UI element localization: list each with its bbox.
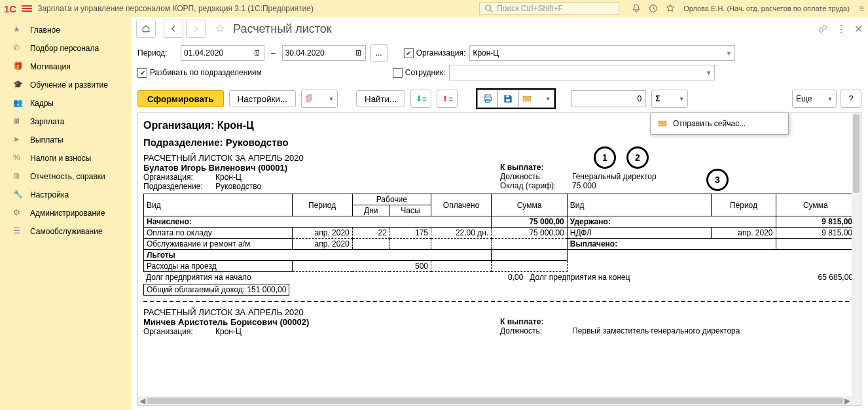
mail-icon xyxy=(657,118,668,129)
sidebar-item-taxes[interactable]: %Налоги и взносы xyxy=(0,149,131,167)
td: Льготы xyxy=(144,250,492,261)
sidebar-item-admin[interactable]: ⚙Администрирование xyxy=(0,204,131,222)
debt-table: Долг предприятия на начало 0,00 Долг пре… xyxy=(143,272,856,282)
floppy-icon xyxy=(503,94,513,104)
bell-icon[interactable] xyxy=(631,3,642,14)
employee-name: Булатов Игорь Виленович (00001) xyxy=(143,163,500,173)
sidebar-label: Настройка xyxy=(30,190,69,199)
td: 9 815,00 xyxy=(776,228,855,239)
svg-rect-3 xyxy=(485,95,490,97)
close-icon[interactable]: ✕ xyxy=(854,23,863,35)
report-area[interactable]: Организация: Крон-Ц Подразделение: Руков… xyxy=(137,112,861,406)
th: Рабочие xyxy=(352,194,431,205)
back-button[interactable] xyxy=(164,20,183,38)
sidebar-item-payments[interactable]: ➤Выплаты xyxy=(0,131,131,149)
svg-rect-7 xyxy=(506,99,511,102)
variant-button[interactable]: 🗐▼ xyxy=(301,90,338,108)
gift-icon: 🎁 xyxy=(13,61,24,72)
period-more-button[interactable]: ... xyxy=(370,44,388,61)
sidebar-item-reports[interactable]: 🗎Отчетность, справки xyxy=(0,167,131,186)
forward-button[interactable] xyxy=(186,20,206,38)
sidebar-item-main[interactable]: ★Главное xyxy=(0,21,131,39)
expand-icon: ⬇≡ xyxy=(416,94,427,103)
td: апр. 2020 xyxy=(712,228,776,239)
favorite-icon[interactable] xyxy=(215,24,225,34)
td: 0,00 xyxy=(505,272,526,282)
emp-checkbox[interactable] xyxy=(393,68,403,78)
th: Вид xyxy=(567,194,712,216)
main-area: Расчетный листок ⋮ ✕ Период: 01.04.2020🗓… xyxy=(131,17,868,410)
kv-v: Руководство xyxy=(215,182,261,191)
org-checkbox[interactable]: ✔ xyxy=(404,48,414,58)
collapse-groups-button[interactable]: ⬆≡ xyxy=(437,90,458,108)
history-icon[interactable] xyxy=(648,3,659,14)
svg-rect-5 xyxy=(486,99,490,102)
settings-button[interactable]: Настройки... xyxy=(229,90,296,107)
form-button[interactable]: Сформировать xyxy=(137,90,224,107)
td: Общий облагаемый доход: 151 000,00 xyxy=(144,284,289,296)
user-label: Орлова Е.Н. (Нач. отд. расчетов по оплат… xyxy=(683,5,850,12)
home-button[interactable] xyxy=(136,20,156,38)
date-from-input[interactable]: 01.04.2020🗓 xyxy=(181,45,264,61)
svg-point-0 xyxy=(486,5,491,10)
sigma-button[interactable]: Σ▼ xyxy=(651,90,688,108)
td: 75 000,00 xyxy=(492,228,568,239)
wallet-icon: ➤ xyxy=(13,135,24,145)
sidebar-item-education[interactable]: 🎓Обучение и развитие xyxy=(0,76,131,94)
sigma-icon: Σ xyxy=(655,94,660,103)
search-placeholder: Поиск Ctrl+Shift+F xyxy=(497,4,563,13)
sidebar-item-self[interactable]: ☰Самообслуживание xyxy=(0,222,131,241)
help-button[interactable]: ? xyxy=(841,90,861,108)
print-button[interactable] xyxy=(477,90,497,108)
send-now-item[interactable]: Отправить сейчас... xyxy=(651,116,788,131)
split-label: Разбивать по подразделениям xyxy=(150,68,262,77)
chevron-down-icon: ▼ xyxy=(705,69,712,77)
kv-v: Первый заместитель генерального директор… xyxy=(572,326,740,335)
td: Обслуживание и ремонт а/м xyxy=(144,239,293,250)
sidebar-label: Главное xyxy=(30,26,60,35)
save-button[interactable] xyxy=(497,90,518,108)
sidebar-label: Администрирование xyxy=(30,209,105,218)
sidebar-item-motivation[interactable]: 🎁Мотивация xyxy=(0,58,131,76)
date-to-value: 30.04.2020 xyxy=(285,48,325,58)
mail-dropdown: Отправить сейчас... xyxy=(650,112,789,135)
sidebar-item-salary[interactable]: 🖩Зарплата xyxy=(0,112,131,131)
split-checkbox[interactable]: ✔ xyxy=(137,68,147,78)
td: Оплата по окладу xyxy=(144,228,293,239)
search-input[interactable]: Поиск Ctrl+Shift+F xyxy=(479,2,619,15)
link-icon[interactable] xyxy=(818,24,828,34)
sum-input[interactable]: 0 xyxy=(571,90,646,107)
people-icon: 👥 xyxy=(13,98,24,109)
chevron-down-icon: ▼ xyxy=(679,96,684,102)
send-now-label: Отправить сейчас... xyxy=(673,119,746,128)
td: Начислено: xyxy=(144,216,492,228)
td: 9 815,00 xyxy=(776,216,855,228)
calendar-icon[interactable]: 🗓 xyxy=(355,48,363,58)
org-value: Крон-Ц xyxy=(473,48,499,58)
scrollbar-horizontal[interactable]: ◀▶ xyxy=(138,396,861,405)
sidebar-item-recruit[interactable]: ✆Подбор персонала xyxy=(0,39,131,58)
expand-groups-button[interactable]: ⬇≡ xyxy=(410,90,431,108)
org-label: Организация: xyxy=(416,48,466,58)
td: 500 xyxy=(292,261,431,272)
mail-button[interactable]: ▼ xyxy=(518,90,554,108)
sidebar-label: Отчетность, справки xyxy=(30,172,105,181)
kv-k: Оклад (тариф): xyxy=(500,181,572,190)
date-to-input[interactable]: 30.04.2020🗓 xyxy=(282,45,366,61)
scrollbar-vertical[interactable] xyxy=(852,113,861,405)
hamburger-icon[interactable] xyxy=(22,5,32,12)
more-button[interactable]: Еще▼ xyxy=(792,90,837,108)
kebab-icon[interactable]: ⋮ xyxy=(836,23,846,35)
find-button[interactable]: Найти... xyxy=(356,90,405,107)
kv-v: 75 000 xyxy=(572,181,596,190)
star-icon[interactable] xyxy=(665,3,676,14)
sidebar-item-settings[interactable]: 🔧Настройка xyxy=(0,186,131,204)
td: апр. 2020 xyxy=(292,228,352,239)
emp-combo[interactable]: ▼ xyxy=(449,65,715,80)
settings-bars-icon[interactable]: ≡ xyxy=(859,3,864,14)
sidebar-item-hr[interactable]: 👥Кадры xyxy=(0,94,131,112)
header-bar: Расчетный листок ⋮ ✕ xyxy=(131,17,868,41)
org-combo[interactable]: Крон-Ц▼ xyxy=(469,45,735,61)
employee-name: Минчев Аристотель Борисович (00002) xyxy=(143,317,500,327)
calendar-icon[interactable]: 🗓 xyxy=(253,48,261,58)
